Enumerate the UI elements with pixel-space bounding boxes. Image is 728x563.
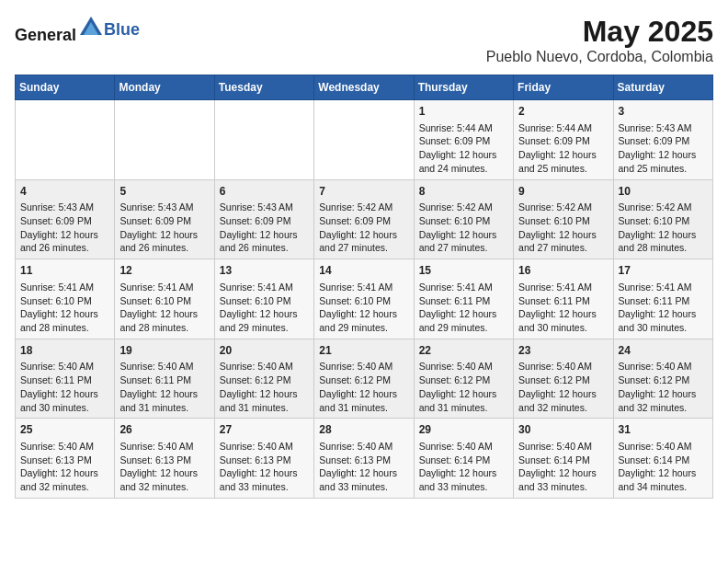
sunrise-text: Sunrise: 5:44 AM bbox=[518, 122, 592, 133]
weekday-header-friday: Friday bbox=[514, 75, 613, 100]
sunset-text: Sunset: 6:09 PM bbox=[419, 135, 491, 146]
daylight-text: Daylight: 12 hours and 30 minutes. bbox=[619, 308, 697, 333]
day-number: 10 bbox=[619, 184, 708, 200]
daylight-text: Daylight: 12 hours and 29 minutes. bbox=[220, 308, 298, 333]
weekday-header-monday: Monday bbox=[115, 75, 214, 100]
day-number: 27 bbox=[220, 422, 309, 438]
daylight-text: Daylight: 12 hours and 34 minutes. bbox=[619, 467, 697, 492]
calendar-cell: 4Sunrise: 5:43 AMSunset: 6:09 PMDaylight… bbox=[16, 179, 115, 259]
day-number: 18 bbox=[20, 343, 109, 359]
daylight-text: Daylight: 12 hours and 31 minutes. bbox=[319, 388, 397, 413]
daylight-text: Daylight: 12 hours and 28 minutes. bbox=[20, 308, 98, 333]
logo-blue-text: Blue bbox=[104, 20, 140, 39]
sunrise-text: Sunrise: 5:40 AM bbox=[119, 441, 193, 452]
daylight-text: Daylight: 12 hours and 32 minutes. bbox=[119, 467, 198, 492]
day-number: 15 bbox=[419, 263, 508, 279]
calendar-cell: 11Sunrise: 5:41 AMSunset: 6:10 PMDayligh… bbox=[16, 259, 115, 339]
daylight-text: Daylight: 12 hours and 32 minutes. bbox=[619, 388, 697, 413]
daylight-text: Daylight: 12 hours and 26 minutes. bbox=[220, 229, 298, 254]
day-number: 19 bbox=[119, 343, 209, 359]
day-number: 5 bbox=[119, 184, 209, 200]
daylight-text: Daylight: 12 hours and 33 minutes. bbox=[220, 467, 298, 492]
logo: General Blue bbox=[15, 15, 140, 45]
day-number: 13 bbox=[220, 263, 309, 279]
sunrise-text: Sunrise: 5:41 AM bbox=[20, 282, 94, 293]
sunrise-text: Sunrise: 5:40 AM bbox=[419, 441, 493, 452]
daylight-text: Daylight: 12 hours and 31 minutes. bbox=[119, 388, 198, 413]
weekday-header-wednesday: Wednesday bbox=[314, 75, 414, 100]
weekday-header-saturday: Saturday bbox=[613, 75, 712, 100]
day-number: 14 bbox=[319, 263, 408, 279]
daylight-text: Daylight: 12 hours and 32 minutes. bbox=[20, 467, 98, 492]
sunset-text: Sunset: 6:09 PM bbox=[319, 215, 391, 226]
day-number: 11 bbox=[20, 263, 109, 279]
day-number: 20 bbox=[220, 343, 309, 359]
calendar-cell: 25Sunrise: 5:40 AMSunset: 6:13 PMDayligh… bbox=[16, 419, 115, 499]
calendar-cell bbox=[115, 100, 214, 180]
sunrise-text: Sunrise: 5:40 AM bbox=[220, 441, 293, 452]
weekday-header-thursday: Thursday bbox=[414, 75, 513, 100]
sunrise-text: Sunrise: 5:42 AM bbox=[319, 201, 392, 213]
calendar-cell: 30Sunrise: 5:40 AMSunset: 6:14 PMDayligh… bbox=[514, 419, 613, 499]
title-area: May 2025 Pueblo Nuevo, Cordoba, Colombia bbox=[486, 15, 713, 65]
calendar-cell: 31Sunrise: 5:40 AMSunset: 6:14 PMDayligh… bbox=[613, 419, 712, 499]
sunrise-text: Sunrise: 5:40 AM bbox=[119, 361, 193, 372]
calendar-cell: 15Sunrise: 5:41 AMSunset: 6:11 PMDayligh… bbox=[414, 259, 513, 339]
calendar-week-2: 4Sunrise: 5:43 AMSunset: 6:09 PMDaylight… bbox=[16, 179, 713, 259]
calendar-cell: 8Sunrise: 5:42 AMSunset: 6:10 PMDaylight… bbox=[414, 179, 513, 259]
sunset-text: Sunset: 6:09 PM bbox=[119, 215, 191, 226]
weekday-header-row: SundayMondayTuesdayWednesdayThursdayFrid… bbox=[16, 75, 713, 100]
sunset-text: Sunset: 6:09 PM bbox=[619, 135, 690, 146]
sunset-text: Sunset: 6:12 PM bbox=[319, 374, 391, 385]
sunrise-text: Sunrise: 5:41 AM bbox=[619, 282, 692, 293]
day-number: 29 bbox=[419, 422, 508, 438]
sunset-text: Sunset: 6:12 PM bbox=[419, 374, 491, 385]
sunrise-text: Sunrise: 5:44 AM bbox=[419, 122, 493, 133]
daylight-text: Daylight: 12 hours and 29 minutes. bbox=[419, 308, 497, 333]
logo-general-text: General bbox=[15, 26, 76, 44]
sunrise-text: Sunrise: 5:41 AM bbox=[220, 282, 293, 293]
daylight-text: Daylight: 12 hours and 30 minutes. bbox=[518, 308, 597, 333]
calendar-cell: 1Sunrise: 5:44 AMSunset: 6:09 PMDaylight… bbox=[414, 100, 513, 180]
calendar-cell bbox=[214, 100, 313, 180]
calendar-week-1: 1Sunrise: 5:44 AMSunset: 6:09 PMDaylight… bbox=[16, 100, 713, 180]
calendar-cell: 26Sunrise: 5:40 AMSunset: 6:13 PMDayligh… bbox=[115, 419, 214, 499]
weekday-header-tuesday: Tuesday bbox=[214, 75, 313, 100]
calendar-cell: 10Sunrise: 5:42 AMSunset: 6:10 PMDayligh… bbox=[613, 179, 712, 259]
sunrise-text: Sunrise: 5:43 AM bbox=[119, 201, 193, 213]
sunset-text: Sunset: 6:12 PM bbox=[220, 374, 291, 385]
daylight-text: Daylight: 12 hours and 28 minutes. bbox=[119, 308, 198, 333]
calendar-cell: 2Sunrise: 5:44 AMSunset: 6:09 PMDaylight… bbox=[514, 100, 613, 180]
daylight-text: Daylight: 12 hours and 28 minutes. bbox=[619, 229, 697, 254]
sunset-text: Sunset: 6:12 PM bbox=[619, 374, 690, 385]
sunrise-text: Sunrise: 5:40 AM bbox=[220, 361, 293, 372]
daylight-text: Daylight: 12 hours and 33 minutes. bbox=[319, 467, 397, 492]
calendar-cell: 13Sunrise: 5:41 AMSunset: 6:10 PMDayligh… bbox=[214, 259, 313, 339]
sunrise-text: Sunrise: 5:42 AM bbox=[518, 201, 592, 213]
sunset-text: Sunset: 6:11 PM bbox=[619, 295, 690, 306]
calendar-cell bbox=[16, 100, 115, 180]
day-number: 26 bbox=[119, 422, 209, 438]
day-number: 22 bbox=[419, 343, 508, 359]
sunrise-text: Sunrise: 5:41 AM bbox=[518, 282, 592, 293]
calendar-cell: 23Sunrise: 5:40 AMSunset: 6:12 PMDayligh… bbox=[514, 339, 613, 419]
sunset-text: Sunset: 6:10 PM bbox=[518, 215, 590, 226]
day-number: 24 bbox=[619, 343, 708, 359]
sunrise-text: Sunrise: 5:41 AM bbox=[419, 282, 493, 293]
sunset-text: Sunset: 6:10 PM bbox=[220, 295, 291, 306]
header: General Blue May 2025 Pueblo Nuevo, Cord… bbox=[15, 15, 713, 65]
sunrise-text: Sunrise: 5:40 AM bbox=[419, 361, 493, 372]
daylight-text: Daylight: 12 hours and 27 minutes. bbox=[419, 229, 497, 254]
calendar-cell: 22Sunrise: 5:40 AMSunset: 6:12 PMDayligh… bbox=[414, 339, 513, 419]
sunset-text: Sunset: 6:14 PM bbox=[518, 454, 590, 465]
daylight-text: Daylight: 12 hours and 32 minutes. bbox=[518, 388, 597, 413]
sunset-text: Sunset: 6:10 PM bbox=[619, 215, 690, 226]
sunrise-text: Sunrise: 5:41 AM bbox=[319, 282, 392, 293]
calendar-cell: 19Sunrise: 5:40 AMSunset: 6:11 PMDayligh… bbox=[115, 339, 214, 419]
calendar-cell: 17Sunrise: 5:41 AMSunset: 6:11 PMDayligh… bbox=[613, 259, 712, 339]
month-title: May 2025 bbox=[486, 15, 713, 49]
sunset-text: Sunset: 6:11 PM bbox=[20, 374, 92, 385]
calendar-cell: 5Sunrise: 5:43 AMSunset: 6:09 PMDaylight… bbox=[115, 179, 214, 259]
sunset-text: Sunset: 6:12 PM bbox=[518, 374, 590, 385]
sunrise-text: Sunrise: 5:40 AM bbox=[20, 361, 94, 372]
